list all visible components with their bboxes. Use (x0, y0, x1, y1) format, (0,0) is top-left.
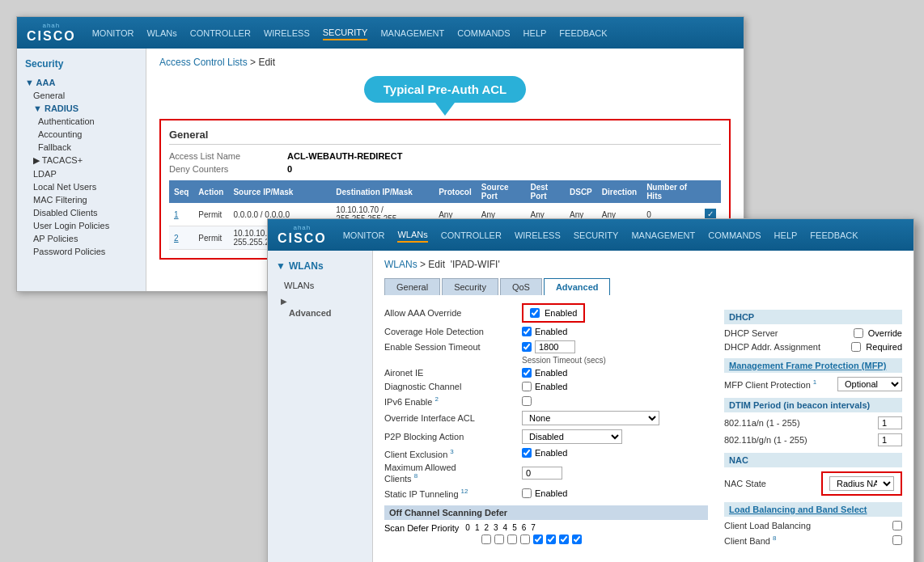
breadcrumb-acl-link[interactable]: Access Control Lists (159, 57, 248, 68)
nav-wlans[interactable]: WLANs (146, 27, 176, 40)
diag-checkbox[interactable] (522, 382, 532, 391)
coverage-value: Enabled (535, 327, 567, 336)
aironet-checkbox[interactable] (522, 368, 532, 378)
coverage-checkbox[interactable] (522, 327, 532, 336)
scan-chk-1[interactable] (494, 535, 504, 544)
client-band-checkbox[interactable] (892, 535, 902, 545)
tab-advanced[interactable]: Advanced (544, 278, 611, 295)
w2-nav-wlans[interactable]: WLANs (397, 228, 427, 243)
dtim-b-input[interactable] (878, 433, 902, 446)
p2p-select[interactable]: Disabled Drop Forward-UpStream (522, 429, 622, 444)
client-exclusion-control: Enabled (522, 448, 567, 458)
nav-help[interactable]: HELP (523, 27, 547, 40)
sidebar-item-tacacs[interactable]: ▶ TACACS+ (17, 154, 146, 167)
w2-nav-feedback[interactable]: FEEDBACK (810, 229, 858, 242)
w2-breadcrumb-link[interactable]: WLANs (384, 259, 417, 270)
max-clients-input[interactable] (522, 467, 562, 480)
dhcp-addr-value: Required (866, 342, 902, 352)
scan-chk-5[interactable] (546, 535, 556, 544)
nav-security[interactable]: SECURITY (323, 26, 368, 40)
nac-state-select[interactable]: Radius NAC SNMP NAC None (829, 476, 894, 491)
sidebar-item-appolicies[interactable]: AP Policies (17, 232, 146, 245)
form-group-coverage: Coverage Hole Detection Enabled (384, 327, 708, 336)
row1-link[interactable]: 1 (174, 210, 179, 219)
ipv6-checkbox[interactable] (522, 396, 532, 406)
sidebar-item-password[interactable]: Password Policies (17, 245, 146, 258)
w2-sidebar-wlans[interactable]: ▼ WLANs (268, 257, 372, 278)
nav-feedback[interactable]: FEEDBACK (559, 27, 607, 40)
col-dstport: Dest Port (525, 180, 565, 203)
sidebar-item-auth[interactable]: Authentication (17, 115, 146, 128)
mfp-header-link[interactable]: Management Frame Protection (MFP) (729, 361, 886, 370)
dhcp-addr-checkbox[interactable] (851, 342, 861, 352)
static-tunnel-control: Enabled (522, 488, 567, 498)
w2-nav-monitor[interactable]: MONITOR (343, 229, 385, 242)
scan-chk-4[interactable] (533, 535, 543, 544)
col-protocol: Protocol (434, 180, 477, 203)
sidebar-title: Security (17, 55, 146, 76)
w2-sidebar-wlans-sub[interactable]: WLANs (268, 278, 372, 293)
form-group-aaa: Allow AAA Override Enabled (384, 303, 708, 323)
sidebar-item-ldap[interactable]: LDAP (17, 167, 146, 180)
dhcp-addr-label: DHCP Addr. Assignment (724, 342, 846, 352)
sidebar-item-aaa[interactable]: ▼ AAA (17, 76, 146, 89)
w2-sidebar-advanced[interactable]: Advanced (268, 306, 372, 320)
mfp-client-select[interactable]: Optional Required Disabled (837, 377, 902, 391)
static-tunnel-checkbox[interactable] (522, 488, 532, 498)
sidebar-item-userlogin[interactable]: User Login Policies (17, 219, 146, 232)
tab-security[interactable]: Security (442, 278, 498, 295)
nav-monitor[interactable]: MONITOR (92, 27, 134, 40)
label-session: Enable Session Timeout (384, 342, 522, 352)
sidebar-item-accounting[interactable]: Accounting (17, 128, 146, 141)
w2-nav-commands[interactable]: COMMANDS (708, 229, 761, 242)
session-checkbox[interactable] (522, 342, 532, 352)
sidebar-item-fallback[interactable]: Fallback (17, 141, 146, 154)
session-value-input[interactable] (535, 340, 575, 353)
window1-header: ahah CISCO MONITOR WLANs CONTROLLER WIRE… (17, 17, 744, 49)
w2-nav-controller[interactable]: CONTROLLER (441, 229, 502, 242)
w2-nav-security[interactable]: SECURITY (574, 229, 619, 242)
label-diag: Diagnostic Channel (384, 382, 522, 391)
aaa-override-box: Enabled (522, 303, 585, 323)
client-load-checkbox[interactable] (892, 521, 902, 530)
client-exclusion-checkbox[interactable] (522, 448, 532, 458)
override-acl-select[interactable]: None ACL-WEBAUTH-REDIRECT (522, 411, 659, 425)
cisco-logo-top: ahah (42, 22, 60, 29)
sidebar-item-disabled[interactable]: Disabled Clients (17, 206, 146, 219)
dtim-a-input[interactable] (878, 416, 902, 429)
scan-chk-0[interactable] (481, 535, 491, 544)
dhcp-server-checkbox[interactable] (854, 328, 863, 338)
col-dest: Destination IP/Mask (331, 180, 434, 203)
row2-link[interactable]: 2 (174, 234, 179, 243)
window1-sidebar: Security ▼ AAA General ▼ RADIUS Authenti… (17, 49, 146, 291)
col-seq: Seq (169, 180, 193, 203)
sidebar-item-mac[interactable]: MAC Filtering (17, 193, 146, 206)
form-left: Allow AAA Override Enabled Coverage Hole… (384, 303, 708, 550)
tab-general[interactable]: General (384, 278, 440, 295)
scan-chk-6[interactable] (559, 535, 569, 544)
client-band-group: Client Band 8 (724, 535, 902, 546)
col-direction: Direction (597, 180, 642, 203)
w2-nav-help[interactable]: HELP (774, 229, 798, 242)
aaa-override-checkbox[interactable] (530, 308, 540, 318)
nav-wireless[interactable]: WIRELESS (264, 27, 310, 40)
load-balancing-link[interactable]: Load Balancing and Band Select (729, 505, 867, 514)
p2p-control: Disabled Drop Forward-UpStream (522, 429, 622, 444)
acl-section-title: General (169, 129, 721, 145)
w2-nav-wireless[interactable]: WIRELESS (515, 229, 561, 242)
nac-state-box: Radius NAC SNMP NAC None (821, 471, 902, 496)
sidebar-item-radius[interactable]: ▼ RADIUS (17, 102, 146, 115)
scan-chk-7[interactable] (572, 535, 582, 544)
sidebar-item-localnet[interactable]: Local Net Users (17, 180, 146, 193)
w2-nav-management[interactable]: MANAGEMENT (631, 229, 695, 242)
nav-commands[interactable]: COMMANDS (457, 27, 510, 40)
tab-qos[interactable]: QoS (500, 278, 542, 295)
diag-control: Enabled (522, 382, 567, 391)
scan-chk-3[interactable] (520, 535, 530, 544)
nav-controller[interactable]: CONTROLLER (190, 27, 251, 40)
mfp-client-group: MFP Client Protection 1 Optional Require… (724, 377, 902, 391)
callout-container: Typical Pre-Auth ACL (159, 76, 731, 116)
nav-management[interactable]: MANAGEMENT (380, 27, 444, 40)
sidebar-item-general[interactable]: General (17, 89, 146, 102)
scan-chk-2[interactable] (507, 535, 517, 544)
